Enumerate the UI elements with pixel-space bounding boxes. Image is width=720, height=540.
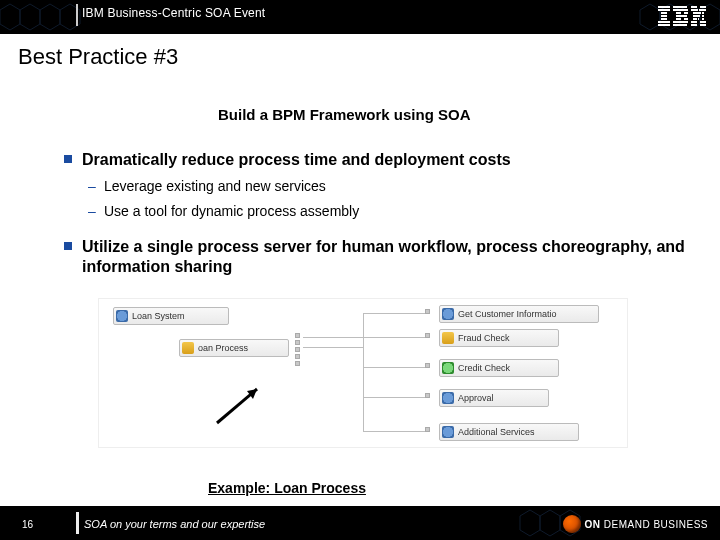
connector-dot: [425, 427, 430, 432]
diagram-node-loan-process: oan Process: [179, 339, 289, 357]
bullet-group-2: Utilize a single process server for huma…: [60, 237, 690, 279]
node-label: Approval: [458, 393, 494, 403]
diagram-node-loan-system: Loan System: [113, 307, 229, 325]
svg-rect-31: [691, 24, 697, 26]
svg-rect-11: [676, 15, 687, 17]
diagram-node-fraud-check: Fraud Check: [439, 329, 559, 347]
connector-line: [363, 431, 425, 432]
svg-rect-23: [693, 15, 697, 17]
footer-divider: [76, 512, 79, 534]
bullet-group-1: Dramatically reduce process time and dep…: [60, 150, 690, 221]
connector-line: [363, 367, 425, 368]
on-demand-badge: ON DEMAND BUSINESS: [563, 514, 708, 534]
svg-rect-7: [673, 6, 687, 8]
svg-rect-19: [699, 9, 706, 11]
svg-rect-5: [658, 21, 670, 23]
connector-line: [363, 397, 425, 398]
header-bar: IBM Business-Centric SOA Event: [0, 0, 720, 34]
svg-rect-13: [684, 18, 688, 20]
gear-icon: [116, 310, 128, 322]
page-title: Best Practice #3: [18, 44, 178, 70]
svg-rect-30: [700, 21, 706, 23]
diagram-node-credit-check: Credit Check: [439, 359, 559, 377]
connector-dot: [425, 363, 430, 368]
database-icon: [442, 332, 454, 344]
gear-icon: [442, 426, 454, 438]
node-label: Get Customer Informatio: [458, 309, 557, 319]
svg-rect-32: [700, 24, 706, 26]
connector-line: [303, 337, 425, 338]
connector-dots: [295, 333, 301, 366]
footer-bar: 16 SOA on your terms and our expertise O…: [0, 506, 720, 540]
connector-line: [303, 347, 363, 348]
svg-rect-8: [673, 9, 688, 11]
svg-rect-4: [661, 18, 667, 20]
header-divider: [76, 4, 78, 26]
node-label: Loan System: [132, 311, 185, 321]
svg-rect-1: [658, 9, 670, 11]
svg-rect-17: [700, 6, 706, 8]
svg-rect-14: [673, 21, 688, 23]
event-title: IBM Business-Centric SOA Event: [82, 6, 265, 20]
footer-tagline: SOA on your terms and our expertise: [84, 518, 265, 530]
bullet-l2: Leverage existing and new services: [60, 177, 690, 196]
badge-demand: DEMAND BUSINESS: [604, 519, 708, 530]
svg-rect-28: [702, 18, 704, 20]
connector-line: [363, 313, 425, 314]
svg-rect-26: [693, 18, 697, 20]
svg-rect-18: [691, 9, 698, 11]
connector-line: [363, 313, 364, 431]
svg-rect-6: [658, 24, 670, 26]
svg-rect-27: [698, 18, 699, 20]
gear-icon: [442, 392, 454, 404]
svg-rect-21: [696, 12, 701, 14]
svg-rect-22: [702, 12, 704, 14]
bullet-l2: Use a tool for dynamic process assembly: [60, 202, 690, 221]
process-diagram: Loan System oan Process Get Customer Inf…: [98, 298, 628, 448]
svg-rect-29: [691, 21, 697, 23]
svg-rect-9: [676, 12, 681, 14]
svg-rect-12: [676, 18, 681, 20]
ibm-logo: [658, 6, 706, 30]
diagram-node-customer-info: Get Customer Informatio: [439, 305, 599, 323]
svg-rect-0: [658, 6, 670, 8]
database-icon: [182, 342, 194, 354]
svg-rect-16: [691, 6, 697, 8]
arrow-icon: [209, 381, 269, 431]
node-label: oan Process: [198, 343, 248, 353]
check-icon: [442, 362, 454, 374]
badge-text: ON DEMAND BUSINESS: [585, 519, 708, 530]
example-label: Example: Loan Process: [208, 480, 366, 496]
svg-rect-25: [702, 15, 704, 17]
svg-rect-3: [661, 15, 667, 17]
badge-on: ON: [585, 519, 601, 530]
connector-dot: [425, 333, 430, 338]
node-label: Additional Services: [458, 427, 535, 437]
diagram-node-approval: Approval: [439, 389, 549, 407]
slide: IBM Business-Centric SOA Event: [0, 0, 720, 540]
bullet-l1: Dramatically reduce process time and dep…: [60, 150, 690, 171]
subtitle: Build a BPM Framework using SOA: [218, 106, 471, 123]
svg-rect-15: [673, 24, 687, 26]
page-number: 16: [22, 519, 33, 530]
connector-dot: [425, 393, 430, 398]
connector-dot: [425, 309, 430, 314]
svg-rect-2: [661, 12, 667, 14]
svg-rect-10: [684, 12, 688, 14]
content-area: Dramatically reduce process time and dep…: [60, 150, 690, 294]
bullet-l1: Utilize a single process server for huma…: [60, 237, 690, 279]
gear-icon: [442, 308, 454, 320]
node-label: Credit Check: [458, 363, 510, 373]
badge-icon: [563, 515, 581, 533]
diagram-node-additional: Additional Services: [439, 423, 579, 441]
node-label: Fraud Check: [458, 333, 510, 343]
svg-rect-24: [697, 15, 700, 17]
